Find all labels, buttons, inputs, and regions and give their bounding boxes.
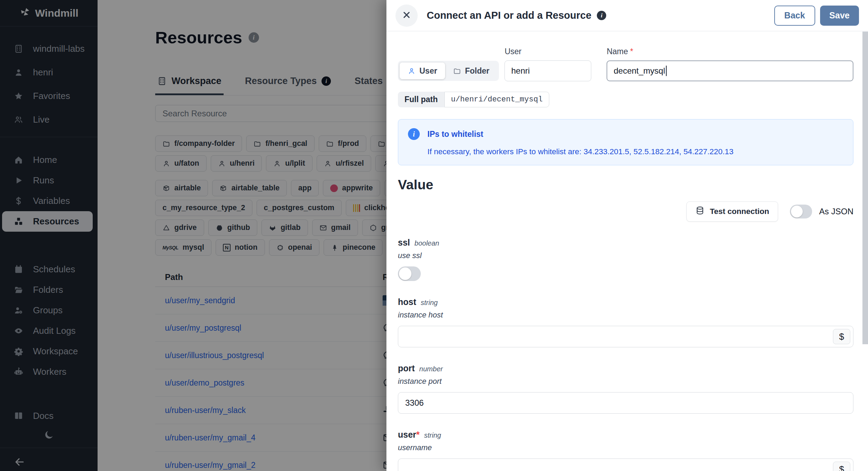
info-icon[interactable]: i — [597, 11, 606, 20]
field-description: instance host — [398, 311, 853, 320]
field-name: host — [398, 297, 416, 307]
owner-input[interactable]: henri — [504, 60, 591, 81]
drawer-header: Connect an API or add a Resource i Back … — [386, 0, 868, 31]
field-name: user* — [398, 430, 420, 440]
infobox-body: If necessary, the workers IPs to whiteli… — [427, 147, 843, 156]
schema-field-port: portnumberinstance port3306 — [398, 363, 853, 414]
full-path-value: u/henri/decent_mysql — [444, 92, 549, 107]
infobox-title: IPs to whitelist — [427, 130, 483, 139]
owner-kind-toggle: User Folder — [398, 61, 499, 81]
text-cursor — [666, 66, 667, 76]
field-type: string — [421, 299, 438, 307]
as-json-toggle[interactable] — [790, 205, 812, 218]
host-input[interactable]: $ — [398, 326, 853, 347]
name-input[interactable]: decent_mysql — [607, 60, 853, 81]
field-description: use ssl — [398, 251, 853, 260]
add-resource-drawer: Connect an API or add a Resource i Back … — [386, 0, 868, 471]
field-name: ssl — [398, 238, 410, 248]
insert-variable-button[interactable]: $ — [833, 329, 850, 344]
name-field-label: Name* — [607, 47, 853, 56]
drawer-scrollbar[interactable] — [862, 32, 868, 344]
schema-field-host: hoststringinstance host$ — [398, 297, 853, 347]
back-button[interactable]: Back — [774, 6, 815, 26]
ip-whitelist-infobox: i IPs to whitelist If necessary, the wor… — [398, 119, 853, 165]
field-name: port — [398, 363, 415, 373]
person-icon — [408, 67, 416, 75]
owner-kind-folder[interactable]: Folder — [445, 63, 497, 79]
field-description: username — [398, 443, 853, 452]
save-button[interactable]: Save — [820, 6, 859, 26]
ssl-toggle[interactable] — [398, 266, 421, 281]
required-asterisk: * — [630, 47, 633, 56]
database-icon — [695, 206, 704, 217]
close-icon — [401, 10, 412, 22]
port-input[interactable]: 3306 — [398, 392, 853, 414]
as-json-label: As JSON — [819, 207, 853, 216]
schema-field-ssl: sslbooleanuse ssl — [398, 238, 853, 281]
app-screen: Windmill windmill-labshenriFavoritesLive… — [0, 0, 868, 471]
owner-kind-user[interactable]: User — [400, 63, 445, 79]
field-type: boolean — [415, 239, 439, 247]
field-type: string — [424, 431, 441, 439]
drawer-title: Connect an API or add a Resource — [427, 10, 591, 21]
owner-field-label: User — [504, 47, 591, 56]
full-path-label: Full path — [398, 92, 444, 107]
schema-field-user: user*stringusername$Required — [398, 430, 853, 471]
close-button[interactable] — [395, 5, 418, 27]
value-section-title: Value — [398, 177, 853, 192]
folder-icon — [453, 67, 461, 75]
info-icon: i — [408, 128, 420, 140]
drawer-body: User Folder User henri Name* — [386, 32, 862, 471]
test-connection-button[interactable]: Test connection — [686, 201, 778, 222]
field-description: instance port — [398, 377, 853, 386]
user-input[interactable]: $ — [398, 458, 853, 471]
field-type: number — [419, 365, 443, 373]
insert-variable-button[interactable]: $ — [833, 462, 850, 471]
